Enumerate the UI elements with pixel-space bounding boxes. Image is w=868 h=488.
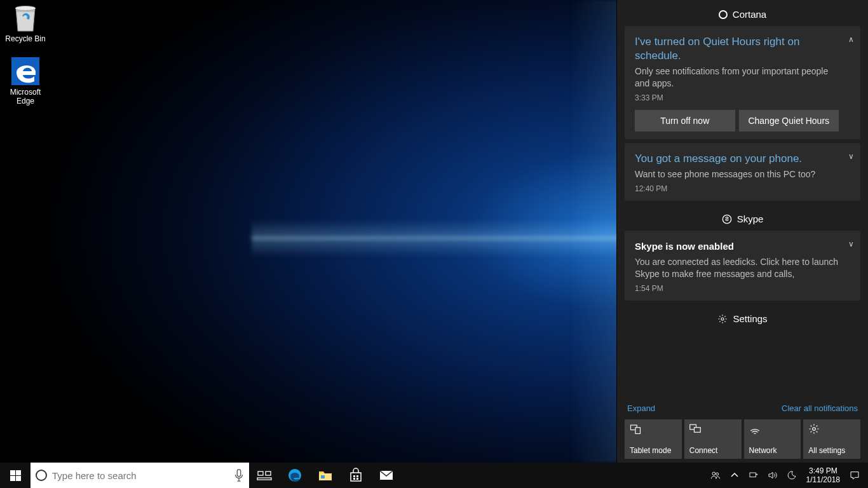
notification-time: 12:40 PM [635, 184, 839, 193]
svg-rect-27 [750, 473, 756, 477]
notification-icon [850, 470, 860, 480]
notification-card[interactable]: ∨ You got a message on your phone. Want … [625, 143, 860, 201]
svg-rect-11 [10, 476, 15, 481]
svg-rect-5 [635, 428, 641, 434]
action-center-panel: Cortana ∧ I've turned on Quiet Hours rig… [616, 0, 868, 463]
notification-body: Want to see phone messages on this PC to… [635, 168, 839, 180]
tablet-mode-icon [630, 423, 641, 435]
moon-icon [787, 470, 797, 480]
svg-rect-20 [353, 475, 355, 477]
svg-rect-10 [16, 470, 21, 475]
notification-card[interactable]: ∨ Skype is now enabled You are connected… [625, 231, 860, 301]
taskbar-app-edge[interactable] [280, 463, 310, 488]
desktop-icon-edge[interactable]: Microsoft Edge [1, 56, 50, 105]
tray-people[interactable] [706, 470, 725, 480]
quick-action-connect[interactable]: Connect [684, 419, 742, 459]
chevron-up-icon[interactable]: ∧ [848, 35, 854, 44]
notification-body: You are connected as leedicks. Click her… [635, 256, 839, 280]
taskbar-app-file-explorer[interactable] [310, 463, 341, 488]
quick-action-label: Network [749, 446, 796, 455]
desktop-icon-label: Microsoft Edge [1, 88, 50, 105]
svg-rect-21 [356, 475, 358, 477]
svg-point-8 [813, 428, 816, 431]
gear-icon [717, 314, 728, 324]
clock-date: 1/11/2018 [806, 475, 840, 484]
svg-point-2 [722, 215, 731, 223]
quick-action-network[interactable]: Network [744, 419, 801, 459]
notification-title: Skype is now enabled [635, 240, 839, 254]
taskbar-search[interactable] [31, 463, 249, 488]
folder-icon [318, 468, 333, 483]
taskbar-app-mail[interactable] [371, 463, 402, 488]
svg-point-26 [715, 473, 718, 475]
svg-point-25 [712, 472, 715, 475]
group-label: Cortana [733, 9, 766, 20]
notification-group-header-settings[interactable]: Settings [625, 304, 860, 330]
desktop-icon-label: Recycle Bin [1, 34, 50, 43]
cloud-sync-icon [749, 470, 759, 480]
search-input[interactable] [52, 470, 229, 481]
notification-group-header-cortana[interactable]: Cortana [625, 0, 860, 26]
svg-rect-14 [258, 471, 263, 475]
change-quiet-hours-button[interactable]: Change Quiet Hours [739, 110, 839, 132]
cortana-ring-icon [36, 470, 47, 481]
svg-rect-9 [10, 470, 15, 475]
windows-logo-icon [10, 470, 21, 481]
turn-off-now-button[interactable]: Turn off now [635, 110, 735, 132]
quick-action-label: Tablet mode [630, 446, 677, 455]
recycle-bin-icon [10, 3, 41, 33]
quick-action-all-settings[interactable]: All settings [803, 419, 860, 459]
svg-rect-23 [356, 478, 358, 480]
svg-rect-16 [257, 478, 271, 480]
taskbar-app-store[interactable] [341, 463, 371, 488]
task-view-button[interactable] [249, 463, 280, 488]
clock-time: 3:49 PM [806, 466, 840, 475]
connect-icon [689, 423, 701, 435]
notification-body: Only see notifications from your importa… [635, 65, 839, 90]
svg-rect-12 [16, 476, 21, 481]
microphone-icon[interactable] [234, 469, 244, 482]
store-icon [348, 468, 363, 483]
svg-rect-7 [694, 428, 700, 433]
notification-time: 3:33 PM [635, 93, 839, 102]
tray-onedrive[interactable] [744, 470, 763, 480]
task-view-icon [257, 468, 272, 483]
notification-title: You got a message on your phone. [635, 152, 839, 166]
skype-icon [722, 214, 732, 224]
notification-time: 1:54 PM [635, 284, 839, 293]
network-icon [749, 423, 761, 435]
action-center-button[interactable] [845, 470, 864, 480]
edge-icon [287, 468, 302, 483]
edge-icon [10, 56, 41, 86]
cortana-ring-icon [719, 10, 728, 19]
speaker-icon [768, 470, 778, 480]
desktop-icon-recycle-bin[interactable]: Recycle Bin [1, 3, 50, 43]
group-label: Settings [733, 313, 767, 324]
quick-action-tablet-mode[interactable]: Tablet mode [625, 419, 682, 459]
notification-title: I've turned on Quiet Hours right on sche… [635, 35, 839, 63]
tray-volume[interactable] [763, 470, 782, 480]
chevron-up-icon [729, 470, 740, 480]
gear-icon [808, 423, 820, 435]
taskbar-clock[interactable]: 3:49 PM 1/11/2018 [801, 466, 845, 484]
group-label: Skype [737, 214, 764, 224]
quick-action-label: All settings [808, 446, 855, 455]
chevron-down-icon[interactable]: ∨ [848, 152, 854, 161]
chevron-down-icon[interactable]: ∨ [848, 240, 854, 248]
svg-point-0 [15, 6, 36, 11]
start-button[interactable] [0, 463, 31, 488]
svg-rect-13 [237, 470, 240, 477]
svg-rect-22 [353, 478, 355, 480]
tray-overflow[interactable] [725, 470, 744, 480]
expand-link[interactable]: Expand [627, 403, 655, 413]
notification-group-header-skype[interactable]: Skype [625, 205, 860, 231]
clear-all-notifications-link[interactable]: Clear all notifications [782, 403, 858, 413]
quick-action-label: Connect [689, 446, 736, 455]
svg-point-3 [721, 318, 724, 320]
svg-rect-15 [266, 471, 271, 475]
notification-card[interactable]: ∧ I've turned on Quiet Hours right on sc… [625, 26, 860, 139]
people-icon [710, 470, 721, 480]
tray-quiet-hours[interactable] [782, 470, 801, 480]
taskbar: 3:49 PM 1/11/2018 [0, 463, 868, 488]
mail-icon [379, 468, 394, 483]
